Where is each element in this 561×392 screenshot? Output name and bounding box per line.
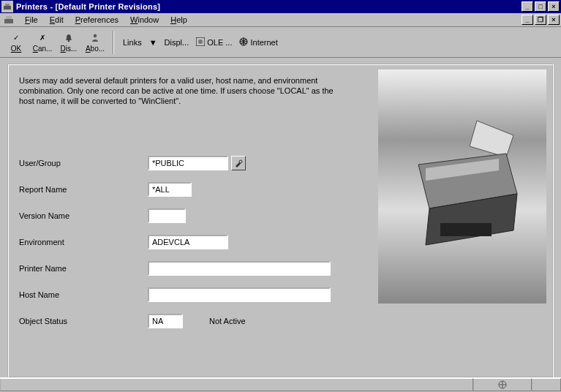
ole-icon bbox=[196, 37, 205, 48]
status-bar bbox=[0, 377, 561, 392]
links-label: Links bbox=[123, 38, 142, 47]
printer-name-input[interactable] bbox=[148, 261, 331, 276]
link-internet[interactable]: Internet bbox=[239, 37, 277, 48]
instructions-text: Users may add several default printers f… bbox=[19, 75, 341, 106]
label-user-group: User/Group bbox=[19, 159, 148, 167]
display-errors-button[interactable]: Dis... bbox=[57, 29, 80, 56]
main-panel: Users may add several default printers f… bbox=[7, 64, 554, 378]
object-status-input[interactable] bbox=[148, 314, 183, 328]
report-name-input[interactable] bbox=[148, 182, 192, 197]
menu-help[interactable]: Help bbox=[165, 14, 193, 26]
menu-file[interactable]: File bbox=[19, 14, 44, 26]
version-name-input[interactable] bbox=[148, 208, 186, 223]
mdi-close-button[interactable]: × bbox=[548, 15, 560, 25]
toolbar-separator bbox=[113, 31, 114, 54]
svg-point-5 bbox=[94, 34, 97, 37]
svg-point-14 bbox=[239, 160, 242, 163]
minimize-button[interactable]: _ bbox=[522, 1, 533, 12]
globe-icon bbox=[239, 37, 248, 48]
close-button[interactable]: × bbox=[548, 1, 560, 12]
flashlight-icon bbox=[234, 159, 243, 167]
label-printer-name: Printer Name bbox=[19, 264, 148, 273]
svg-point-4 bbox=[68, 39, 70, 42]
person-icon bbox=[90, 31, 100, 45]
toolbar: ✓ OK ✗ Can... Dis... Abo... Links ▼ Disp… bbox=[0, 27, 561, 58]
mdi-restore-button[interactable]: ❐ bbox=[535, 15, 546, 25]
cancel-button[interactable]: ✗ Can... bbox=[31, 29, 54, 56]
svg-rect-3 bbox=[6, 16, 12, 19]
maximize-button[interactable]: □ bbox=[535, 1, 546, 12]
link-ole[interactable]: OLE ... bbox=[196, 37, 232, 48]
mdi-minimize-button[interactable]: _ bbox=[522, 15, 533, 25]
label-object-status: Object Status bbox=[19, 317, 148, 325]
x-icon: ✗ bbox=[39, 31, 45, 45]
environment-input[interactable] bbox=[148, 235, 228, 249]
user-group-lookup-button[interactable] bbox=[231, 156, 246, 170]
link-displ[interactable]: Displ... bbox=[165, 38, 189, 47]
menu-preferences[interactable]: Preferences bbox=[69, 14, 124, 26]
label-host-name: Host Name bbox=[19, 290, 148, 299]
ok-button[interactable]: ✓ OK bbox=[4, 29, 28, 56]
svg-rect-1 bbox=[5, 4, 10, 6]
window-title: Printers - [Default Printer Revisions] bbox=[16, 2, 520, 11]
menu-window[interactable]: Window bbox=[124, 14, 165, 26]
check-icon: ✓ bbox=[13, 31, 19, 45]
title-bar: Printers - [Default Printer Revisions] _… bbox=[0, 0, 561, 13]
label-version-name: Version Name bbox=[19, 211, 148, 220]
app-icon bbox=[1, 1, 13, 12]
object-status-description: Not Active bbox=[209, 317, 246, 325]
user-group-input[interactable] bbox=[148, 156, 228, 170]
dropdown-icon[interactable]: ▼ bbox=[149, 38, 157, 47]
svg-rect-2 bbox=[4, 19, 13, 23]
bell-icon bbox=[64, 31, 74, 45]
svg-point-7 bbox=[198, 39, 203, 44]
about-button[interactable]: Abo... bbox=[83, 29, 107, 56]
printer-image bbox=[378, 69, 546, 304]
label-report-name: Report Name bbox=[19, 185, 148, 194]
label-environment: Environment bbox=[19, 238, 148, 246]
status-cell-end bbox=[532, 378, 561, 391]
svg-rect-12 bbox=[440, 223, 492, 236]
document-icon bbox=[3, 14, 15, 26]
menu-bar: File Edit Preferences Window Help _ ❐ × bbox=[0, 13, 561, 27]
host-name-input[interactable] bbox=[148, 287, 331, 302]
globe-small-icon bbox=[497, 380, 508, 390]
status-cell-net bbox=[473, 378, 532, 391]
menu-edit[interactable]: Edit bbox=[44, 14, 69, 26]
status-cell-main bbox=[0, 378, 473, 391]
svg-rect-0 bbox=[4, 6, 11, 10]
svg-marker-9 bbox=[470, 121, 513, 157]
